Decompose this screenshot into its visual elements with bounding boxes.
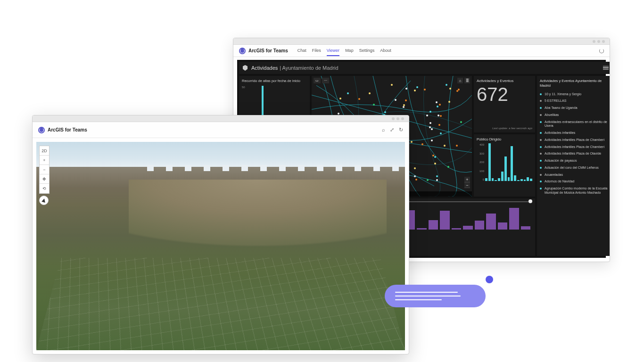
list-item[interactable]: Adornos de Navidad: [540, 178, 610, 185]
publico-chart: 400 300 200 100 0: [477, 143, 532, 186]
refresh-icon[interactable]: ↻: [399, 127, 403, 133]
chat-bubble-dot: [486, 276, 493, 283]
list-item[interactable]: Actuación del coro del CMM Leñeros: [540, 165, 610, 172]
chat-bubble: [385, 285, 486, 307]
dashboard-titlebar: Actividades | Ayuntamiento de Madrid: [239, 62, 610, 74]
list-item[interactable]: Actividades infantiles: [540, 130, 610, 137]
panel-title: Público Dirigido: [477, 137, 532, 141]
y-tick: 200: [477, 161, 484, 164]
panel-big-number: Actividades y Eventos 672 Last update: a…: [474, 76, 535, 132]
window-titlebar: [33, 115, 409, 122]
list-item[interactable]: Actuación de payasos: [540, 157, 610, 165]
collapse-icon[interactable]: ⤢: [390, 127, 394, 133]
panel-title: Recorrido de altas por fecha de inicio: [242, 79, 307, 83]
y-tick: 300: [477, 152, 484, 155]
app-title: ArcGIS for Teams: [248, 48, 288, 53]
list-item[interactable]: 10 y 11. Ximena y Sergio: [540, 91, 610, 98]
list-item[interactable]: Agrupación Combo moderno de la Escuela M…: [540, 185, 610, 197]
view-2d-button[interactable]: 2D: [40, 146, 49, 156]
scene-3d-view[interactable]: [36, 142, 405, 350]
y-tick: 100: [477, 170, 484, 173]
nav-files[interactable]: Files: [312, 45, 321, 56]
nav-about[interactable]: About: [380, 45, 391, 56]
refresh-button[interactable]: [599, 49, 604, 53]
nav-viewer[interactable]: Viewer: [327, 45, 339, 56]
chat-icon[interactable]: ⌕: [382, 127, 385, 133]
list-item[interactable]: Abuelikas: [540, 112, 610, 119]
app-header: ArcGIS for Teams Chat Files Viewer Map S…: [233, 45, 610, 57]
panel-title: Actividades y Eventos: [477, 79, 532, 83]
list-item[interactable]: Actividades extraescolares en el distrit…: [540, 119, 610, 130]
nav-chat[interactable]: Chat: [297, 45, 306, 56]
zoom-out-button[interactable]: −: [40, 165, 49, 174]
rotate-icon[interactable]: ⟲: [40, 184, 49, 193]
big-number: 672: [477, 85, 532, 104]
window-titlebar: [233, 38, 610, 45]
list-item[interactable]: 5 ESTRELLAS: [540, 98, 610, 105]
app-title: ArcGIS for Teams: [48, 127, 87, 132]
traffic-lights: [593, 40, 605, 43]
list-item[interactable]: Acuareladas: [540, 172, 610, 179]
header-action-icons: ⌕ ⤢ ↻: [382, 127, 403, 133]
zoom-in-button[interactable]: +: [40, 156, 49, 165]
list-item[interactable]: Actividades infantiles Plaza de Olavide: [540, 150, 610, 157]
list-item[interactable]: Aba Taano de Uganda: [540, 105, 610, 112]
arcgis-logo-icon: [38, 127, 45, 133]
panel-publico: Público Dirigido 400 300 200 100 0: [474, 134, 535, 197]
panel-event-list: Actividades y Eventos Ayuntamiento de Ma…: [537, 76, 610, 256]
compass-icon[interactable]: [39, 196, 49, 205]
shield-icon: [243, 65, 248, 71]
city-overlay: [36, 258, 405, 350]
arcgis-logo-icon: [239, 48, 246, 54]
dashboard-title: Actividades: [251, 65, 278, 71]
list-title: Actividades y Eventos Ayuntamiento de Ma…: [540, 79, 610, 88]
scene-window: ArcGIS for Teams ⌕ ⤢ ↻ 2D + − ✥ ⟲: [32, 115, 409, 354]
app-header: ArcGIS for Teams ⌕ ⤢ ↻: [33, 122, 409, 138]
y-tick: 400: [477, 143, 484, 146]
y-tick: 50: [242, 86, 248, 89]
refresh-icon: [599, 49, 604, 53]
list-item[interactable]: Actividades infantiles Plaza de Chamberí: [540, 137, 610, 144]
list-item[interactable]: Actividades infantiles Plaza de Chamberí: [540, 144, 610, 151]
y-tick: 0: [477, 178, 484, 181]
traffic-lights: [392, 117, 404, 120]
nav-map[interactable]: Map: [345, 45, 354, 56]
nav-settings[interactable]: Settings: [359, 45, 375, 56]
nav-tabs: Chat Files Viewer Map Settings About: [297, 45, 391, 56]
hamburger-icon[interactable]: [603, 66, 609, 70]
scene-tool-stack: 2D + − ✥ ⟲: [39, 146, 50, 194]
dashboard-subtitle: | Ayuntamiento de Madrid: [280, 65, 338, 71]
last-update: Last update: a few seconds ago: [477, 127, 532, 130]
pan-icon[interactable]: ✥: [40, 174, 49, 184]
